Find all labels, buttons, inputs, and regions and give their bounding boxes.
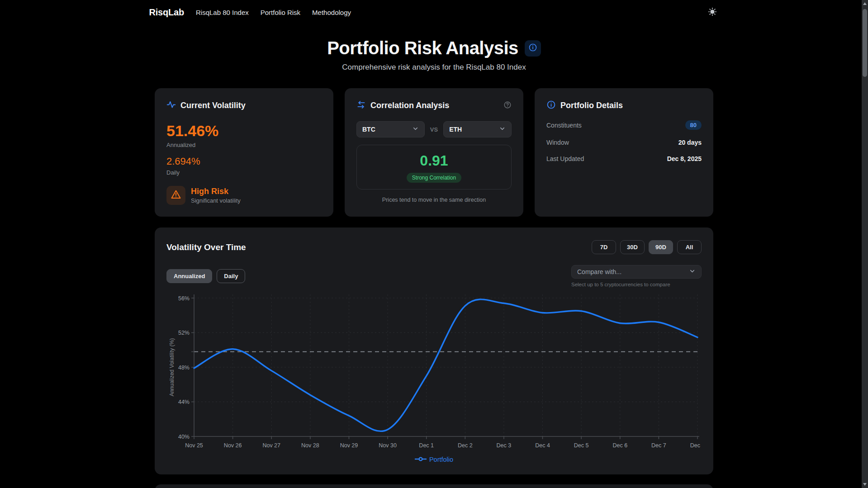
correlation-value: 0.91 [364,152,504,169]
svg-text:Nov 28: Nov 28 [301,442,319,449]
scrollbar-down-arrow[interactable] [862,481,868,488]
range-button-90d[interactable]: 90D [649,240,673,254]
risk-level-label: High Risk [191,187,241,196]
range-button-all[interactable]: All [677,240,702,254]
activity-icon [166,100,176,111]
top-nav: RisqLab RisqLab 80 Index Portfolio Risk … [0,0,868,24]
detail-value: 20 days [678,139,702,146]
detail-label: Constituents [546,122,582,129]
svg-text:Dec 3: Dec 3 [497,442,512,449]
range-button-30d[interactable]: 30D [620,240,645,254]
svg-text:Annualized Volatility (%): Annualized Volatility (%) [169,338,175,397]
brand-logo[interactable]: RisqLab [149,7,185,18]
detail-row-window: Window 20 days [546,139,702,146]
info-circle-icon [546,100,556,111]
theme-toggle-button[interactable] [706,5,719,19]
volatility-chart-card: Volatility Over Time 7D 30D 90D All Annu… [155,227,713,474]
title-info-button[interactable] [525,40,541,57]
chevron-down-icon [499,125,506,134]
svg-text:Dec 4: Dec 4 [535,442,550,449]
asset-b-select[interactable]: ETH [443,121,512,137]
range-button-7d[interactable]: 7D [592,240,616,254]
correlation-strength-badge: Strong Correlation [407,173,461,183]
scrollbar-up-arrow[interactable] [862,0,868,7]
warning-triangle-icon [171,189,181,202]
svg-text:Dec 2: Dec 2 [458,442,473,449]
range-button-group: 7D 30D 90D All [592,240,702,254]
card-title: Current Volatility [180,101,246,110]
sun-icon [708,7,717,18]
page-title: Portfolio Risk Analysis [327,38,518,58]
nav-item-index[interactable]: RisqLab 80 Index [196,9,249,16]
mode-button-daily[interactable]: Daily [217,269,245,283]
chevron-down-icon [689,268,696,276]
correlation-caption: Prices tend to move in the same directio… [356,197,512,203]
svg-text:Nov 30: Nov 30 [379,442,397,449]
vs-label: VS [430,126,438,133]
daily-volatility-value: 2.694% [166,156,322,167]
svg-text:44%: 44% [178,399,190,405]
detail-label: Window [546,139,569,146]
nav-item-portfolio-risk[interactable]: Portfolio Risk [261,9,300,16]
svg-text:56%: 56% [178,295,190,302]
asset-a-select[interactable]: BTC [356,121,425,137]
legend-label: Portfolio [429,456,453,463]
chart-legend-item-portfolio[interactable]: Portfolio [166,455,702,464]
swap-arrows-icon [356,100,366,111]
svg-text:Nov 25: Nov 25 [185,442,203,449]
compare-hint-text: Select up to 5 cryptocurrencies to compa… [571,282,702,287]
constituents-count-badge: 80 [685,120,702,130]
svg-text:Dec 8: Dec 8 [690,442,702,449]
daily-label: Daily [166,169,322,176]
mode-button-annualized[interactable]: Annualized [166,269,212,283]
card-title: Portfolio Details [560,101,623,110]
scrollbar-thumb[interactable] [863,9,867,77]
warning-icon-box [166,186,185,205]
svg-text:48%: 48% [178,365,190,371]
detail-row-constituents: Constituents 80 [546,120,702,130]
window-scrollbar[interactable] [862,0,868,488]
page-subtitle: Comprehensive risk analysis for the Risq… [0,63,868,72]
svg-text:Nov 26: Nov 26 [224,442,242,449]
risk-description: Significant volatility [191,197,241,204]
next-section-card [155,484,713,488]
card-title: Correlation Analysis [370,101,449,110]
svg-text:Dec 1: Dec 1 [419,442,434,449]
correlation-analysis-card: Correlation Analysis BTC VS ETH [345,88,523,217]
asset-b-value: ETH [449,126,462,133]
compare-placeholder: Compare with... [577,268,621,275]
svg-text:Dec 7: Dec 7 [651,442,666,449]
svg-text:40%: 40% [178,434,190,440]
svg-text:52%: 52% [178,330,190,336]
svg-text:Nov 27: Nov 27 [262,442,280,449]
legend-line-marker-icon [415,455,427,464]
annualized-label: Annualized [166,142,322,148]
svg-text:Dec 5: Dec 5 [574,442,589,449]
compare-with-select[interactable]: Compare with... [571,265,702,279]
mode-toggle-group: Annualized Daily [166,269,245,283]
current-volatility-card: Current Volatility 51.46% Annualized 2.6… [155,88,333,217]
portfolio-details-card: Portfolio Details Constituents 80 Window… [535,88,713,217]
correlation-result-box: 0.91 Strong Correlation [356,145,512,190]
svg-text:Dec 6: Dec 6 [612,442,627,449]
nav-item-methodology[interactable]: Methodology [312,9,351,16]
detail-row-last-updated: Last Updated Dec 8, 2025 [546,155,702,162]
annualized-volatility-value: 51.46% [166,122,322,140]
help-icon[interactable] [503,101,512,111]
detail-label: Last Updated [546,155,584,162]
chevron-down-icon [412,125,419,134]
chart-title: Volatility Over Time [166,242,246,252]
asset-a-value: BTC [362,126,375,133]
info-icon [528,43,537,53]
svg-text:Nov 29: Nov 29 [340,442,358,449]
detail-value: Dec 8, 2025 [667,155,702,162]
volatility-line-chart[interactable]: 40%44%48%52%56%Nov 25Nov 26Nov 27Nov 28N… [166,292,702,453]
